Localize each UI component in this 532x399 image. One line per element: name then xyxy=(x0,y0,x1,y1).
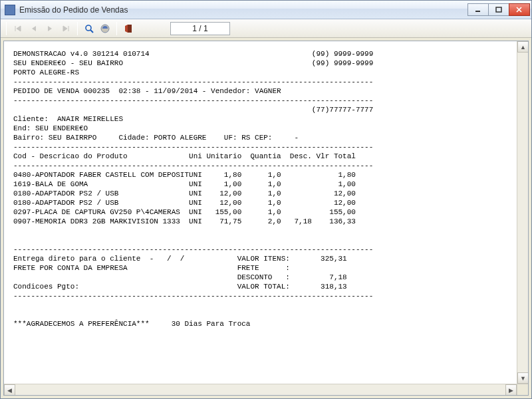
scroll-up-button[interactable]: ▲ xyxy=(517,41,529,53)
nav-prev-button[interactable] xyxy=(27,21,41,36)
window-controls xyxy=(468,3,530,16)
svg-rect-7 xyxy=(128,25,132,33)
prev-page-icon xyxy=(31,25,37,32)
scroll-right-button[interactable]: ▶ xyxy=(505,384,517,396)
first-page-icon xyxy=(14,25,22,32)
page-indicator-input[interactable] xyxy=(170,22,230,35)
scroll-left-button[interactable]: ◀ xyxy=(4,384,15,396)
printer-icon xyxy=(100,24,110,33)
nav-next-button[interactable] xyxy=(43,21,57,36)
nav-first-button[interactable] xyxy=(11,21,25,36)
page-indicator-wrap xyxy=(170,22,230,35)
scroll-track-v[interactable] xyxy=(517,53,528,372)
close-button[interactable] xyxy=(509,3,530,16)
svg-rect-1 xyxy=(496,7,501,12)
scroll-corner xyxy=(517,384,528,395)
minimize-icon xyxy=(475,7,481,13)
scrollbar-horizontal[interactable]: ◀ ▶ xyxy=(4,384,517,395)
window-title: Emissão do Pedido de Vendas xyxy=(19,5,468,15)
separator xyxy=(6,22,7,35)
magnifier-icon xyxy=(84,24,94,33)
separator xyxy=(77,22,78,35)
separator xyxy=(116,22,117,35)
exit-button[interactable] xyxy=(121,21,136,36)
last-page-icon xyxy=(62,25,70,32)
svg-line-5 xyxy=(90,30,93,33)
svg-point-4 xyxy=(86,25,91,31)
zoom-button[interactable] xyxy=(82,21,96,36)
exit-icon xyxy=(124,24,133,33)
app-window: Emissão do Pedido de Vendas DEMONSTR xyxy=(0,0,532,399)
scroll-down-button[interactable]: ▼ xyxy=(517,372,529,384)
titlebar: Emissão do Pedido de Vendas xyxy=(1,1,531,19)
maximize-icon xyxy=(495,7,502,13)
next-page-icon xyxy=(47,25,53,32)
document-viewport: DEMONSTRACAO v4.0 301214 010714 (99) 999… xyxy=(3,41,529,396)
maximize-button[interactable] xyxy=(488,3,509,16)
close-icon xyxy=(516,7,523,13)
scrollbar-vertical[interactable]: ▲ ▼ xyxy=(517,41,528,384)
report-body: DEMONSTRACAO v4.0 301214 010714 (99) 999… xyxy=(4,41,517,384)
nav-last-button[interactable] xyxy=(59,21,73,36)
minimize-button[interactable] xyxy=(467,3,489,16)
app-icon xyxy=(5,5,15,15)
toolbar xyxy=(1,19,531,38)
scroll-track-h[interactable] xyxy=(15,384,505,395)
print-button[interactable] xyxy=(98,21,112,36)
